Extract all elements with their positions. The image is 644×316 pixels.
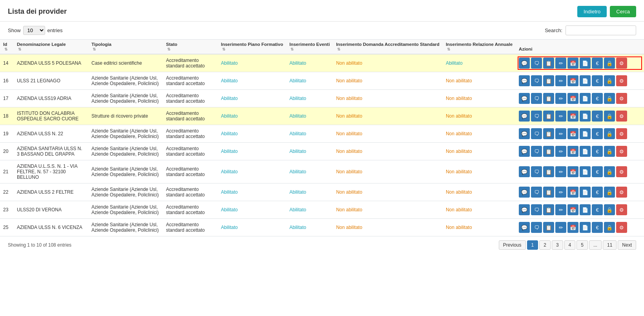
lock-button[interactable]: 🔒	[604, 128, 615, 139]
book-button[interactable]: 📋	[543, 204, 554, 215]
book-button[interactable]: 📋	[543, 166, 554, 177]
lock-button[interactable]: 🔒	[604, 166, 615, 177]
settings-button[interactable]: ⚙	[616, 146, 627, 157]
chat-button[interactable]: 🗨	[531, 111, 542, 122]
book-button[interactable]: 📋	[543, 58, 554, 69]
book-button[interactable]: 📋	[543, 75, 554, 86]
comment-button[interactable]: 💬	[519, 128, 530, 139]
comment-button[interactable]: 💬	[519, 146, 530, 157]
edit-button[interactable]: ✏	[555, 111, 566, 122]
comment-button[interactable]: 💬	[519, 75, 530, 86]
file-button[interactable]: 📄	[580, 75, 591, 86]
file-button[interactable]: 📄	[580, 166, 591, 177]
comment-button[interactable]: 💬	[519, 187, 530, 198]
lock-button[interactable]: 🔒	[604, 187, 615, 198]
edit-button[interactable]: ✏	[555, 93, 566, 104]
chat-button[interactable]: 🗨	[531, 166, 542, 177]
calendar-button[interactable]: 📅	[567, 75, 578, 86]
file-button[interactable]: 📄	[580, 222, 591, 233]
book-button[interactable]: 📋	[543, 146, 554, 157]
chat-button[interactable]: 🗨	[531, 146, 542, 157]
settings-button[interactable]: ⚙	[616, 75, 627, 86]
lock-button[interactable]: 🔒	[604, 222, 615, 233]
chat-button[interactable]: 🗨	[531, 58, 542, 69]
lock-button[interactable]: 🔒	[604, 93, 615, 104]
book-button[interactable]: 📋	[543, 111, 554, 122]
calendar-button[interactable]: 📅	[567, 166, 578, 177]
calendar-button[interactable]: 📅	[567, 204, 578, 215]
settings-button[interactable]: ⚙	[616, 111, 627, 122]
book-button[interactable]: 📋	[543, 128, 554, 139]
book-button[interactable]: 📋	[543, 187, 554, 198]
settings-button[interactable]: ⚙	[616, 93, 627, 104]
page-button-5[interactable]: 5	[576, 240, 588, 250]
euro-button[interactable]: €	[592, 75, 603, 86]
calendar-button[interactable]: 📅	[567, 222, 578, 233]
search-input[interactable]	[566, 25, 636, 35]
calendar-button[interactable]: 📅	[567, 111, 578, 122]
page-button-2[interactable]: 2	[539, 240, 551, 250]
comment-button[interactable]: 💬	[519, 222, 530, 233]
page-button-3[interactable]: 3	[552, 240, 563, 250]
file-button[interactable]: 📄	[580, 146, 591, 157]
file-button[interactable]: 📄	[580, 187, 591, 198]
lock-button[interactable]: 🔒	[604, 204, 615, 215]
euro-button[interactable]: €	[592, 146, 603, 157]
calendar-button[interactable]: 📅	[567, 93, 578, 104]
comment-button[interactable]: 💬	[519, 58, 530, 69]
comment-button[interactable]: 💬	[519, 166, 530, 177]
file-button[interactable]: 📄	[580, 204, 591, 215]
euro-button[interactable]: €	[592, 111, 603, 122]
page-button-4[interactable]: 4	[564, 240, 576, 250]
settings-button[interactable]: ⚙	[616, 204, 627, 215]
entries-select[interactable]: 10 25 50 100	[23, 26, 45, 35]
chat-button[interactable]: 🗨	[531, 93, 542, 104]
chat-button[interactable]: 🗨	[531, 204, 542, 215]
euro-button[interactable]: €	[592, 128, 603, 139]
lock-button[interactable]: 🔒	[604, 146, 615, 157]
edit-button[interactable]: ✏	[555, 204, 566, 215]
file-button[interactable]: 📄	[580, 111, 591, 122]
settings-button[interactable]: ⚙	[616, 128, 627, 139]
file-button[interactable]: 📄	[580, 93, 591, 104]
edit-button[interactable]: ✏	[555, 75, 566, 86]
next-page-button[interactable]: Next	[618, 240, 636, 250]
file-button[interactable]: 📄	[580, 128, 591, 139]
euro-button[interactable]: €	[592, 204, 603, 215]
edit-button[interactable]: ✏	[555, 128, 566, 139]
edit-button[interactable]: ✏	[555, 58, 566, 69]
settings-button[interactable]: ⚙	[616, 187, 627, 198]
euro-button[interactable]: €	[592, 222, 603, 233]
euro-button[interactable]: €	[592, 166, 603, 177]
lock-button[interactable]: 🔒	[604, 111, 615, 122]
calendar-button[interactable]: 📅	[567, 146, 578, 157]
book-button[interactable]: 📋	[543, 222, 554, 233]
calendar-button[interactable]: 📅	[567, 58, 578, 69]
euro-button[interactable]: €	[592, 93, 603, 104]
lock-button[interactable]: 🔒	[604, 58, 615, 69]
chat-button[interactable]: 🗨	[531, 75, 542, 86]
edit-button[interactable]: ✏	[555, 222, 566, 233]
settings-button[interactable]: ⚙	[616, 166, 627, 177]
comment-button[interactable]: 💬	[519, 93, 530, 104]
comment-button[interactable]: 💬	[519, 111, 530, 122]
chat-button[interactable]: 🗨	[531, 187, 542, 198]
euro-button[interactable]: €	[592, 58, 603, 69]
prev-page-button[interactable]: Previous	[499, 240, 526, 250]
indietro-button[interactable]: Indietro	[577, 6, 607, 17]
comment-button[interactable]: 💬	[519, 204, 530, 215]
settings-button[interactable]: ⚙	[616, 222, 627, 233]
cerca-button[interactable]: Cerca	[610, 6, 636, 17]
chat-button[interactable]: 🗨	[531, 128, 542, 139]
page-button-1[interactable]: 1	[527, 240, 538, 250]
calendar-button[interactable]: 📅	[567, 187, 578, 198]
euro-button[interactable]: €	[592, 187, 603, 198]
lock-button[interactable]: 🔒	[604, 75, 615, 86]
calendar-button[interactable]: 📅	[567, 128, 578, 139]
edit-button[interactable]: ✏	[555, 146, 566, 157]
chat-button[interactable]: 🗨	[531, 222, 542, 233]
book-button[interactable]: 📋	[543, 93, 554, 104]
page-button-11[interactable]: 11	[603, 240, 617, 250]
edit-button[interactable]: ✏	[555, 187, 566, 198]
file-button[interactable]: 📄	[580, 58, 591, 69]
